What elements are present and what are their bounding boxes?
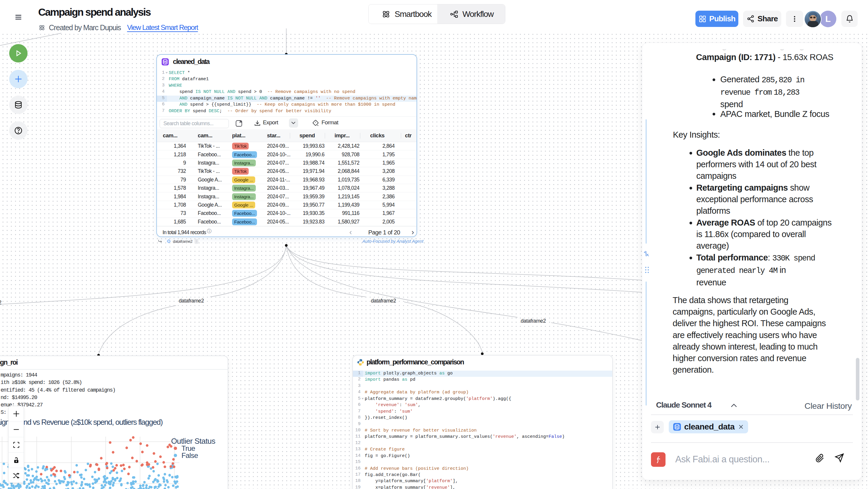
svg-text:SQL: SQL — [163, 61, 167, 64]
svg-text:SQL: SQL — [675, 427, 679, 429]
